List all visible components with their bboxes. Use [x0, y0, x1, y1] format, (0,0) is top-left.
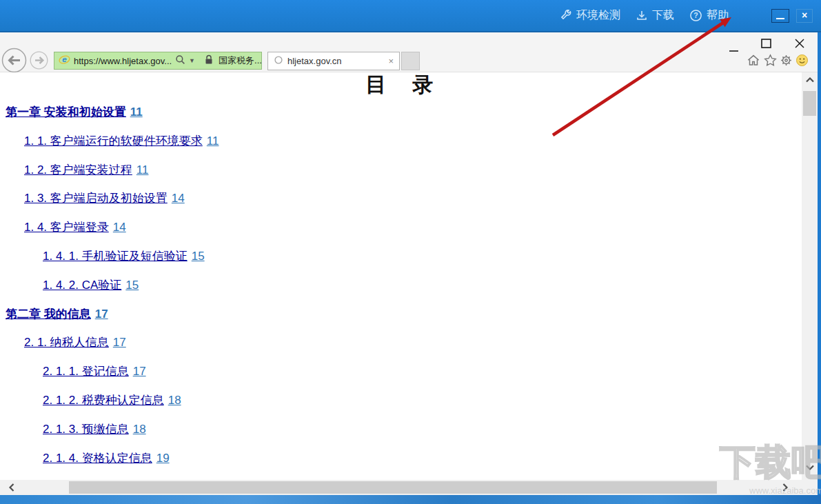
scrollbar-corner [802, 480, 818, 495]
download-icon [636, 10, 648, 22]
toc-page-number[interactable]: 18 [168, 394, 181, 407]
feedback-smiley-icon[interactable] [795, 54, 809, 70]
toc-entry: 2. 1. 4. 资格认定信息19 [0, 450, 802, 467]
app-close-button[interactable]: × [796, 9, 813, 23]
ev-certificate-badge[interactable]: 国家税务... [219, 54, 262, 67]
toc-entry: 2. 1. 3. 预缴信息18 [0, 421, 802, 438]
toc-entry: 第一章 安装和初始设置11 [0, 104, 802, 121]
svg-text:?: ? [693, 11, 698, 19]
lock-icon [204, 54, 214, 68]
document-title: 目 录 [0, 72, 802, 99]
toc-page-number[interactable]: 15 [192, 250, 205, 263]
address-bar[interactable]: e https://www.hljetax.gov... ▼ 国家税务... × [54, 52, 262, 70]
tab-favicon-icon [274, 55, 283, 68]
toc-page-number[interactable]: 17 [95, 308, 108, 321]
back-button[interactable] [1, 48, 27, 76]
help-icon: ? [689, 9, 702, 22]
toc-link[interactable]: 1. 4. 2. CA验证 [43, 279, 121, 292]
toc-entry: 第二章 我的信息17 [0, 306, 802, 323]
toc-page-number[interactable]: 19 [156, 452, 170, 465]
toc-page-number[interactable]: 18 [133, 423, 146, 436]
new-tab-button[interactable] [401, 52, 420, 70]
toc-link[interactable]: 2. 1. 纳税人信息 [24, 336, 109, 349]
toc-page-number[interactable]: 17 [133, 365, 146, 378]
toc-link[interactable]: 第二章 我的信息 [6, 308, 91, 321]
tab-close-icon[interactable]: × [388, 56, 394, 66]
browser-maximize-button[interactable] [761, 39, 772, 52]
browser-close-button[interactable] [794, 38, 805, 52]
browser-tab[interactable]: hljetax.gov.cn × [267, 52, 400, 70]
wrench-icon [560, 10, 572, 22]
toc-link[interactable]: 2. 1. 4. 资格认定信息 [43, 452, 152, 465]
help-button[interactable]: ? 帮助 [689, 8, 729, 23]
forward-button[interactable] [30, 51, 48, 72]
toc-link[interactable]: 1. 4. 客户端登录 [24, 221, 109, 234]
toc-entry: 2. 1. 纳税人信息17 [0, 334, 802, 351]
ie-icon: e [59, 54, 70, 68]
toc-entry: 1. 4. 2. CA验证15 [0, 277, 802, 294]
app-minimize-button[interactable] [771, 9, 789, 23]
settings-gear-icon[interactable] [780, 54, 793, 70]
toc-page-number[interactable]: 17 [113, 336, 126, 349]
search-icon[interactable] [175, 54, 185, 68]
scroll-left-icon[interactable] [0, 480, 23, 495]
toc-entry: 1. 2. 客户端安装过程11 [0, 162, 802, 179]
horizontal-scrollbar[interactable] [0, 480, 802, 495]
toc-page-number[interactable]: 11 [130, 105, 143, 119]
toc-link[interactable]: 1. 3. 客户端启动及初始设置 [24, 192, 168, 205]
desktop-wallpaper-strip [0, 495, 821, 504]
toc-entry: 2. 1. 2. 税费种认定信息18 [0, 392, 802, 409]
toc-entry: 1. 3. 客户端启动及初始设置14 [0, 190, 802, 207]
scroll-right-icon[interactable] [773, 480, 797, 495]
env-check-label: 环境检测 [576, 8, 620, 23]
favorites-star-icon[interactable] [764, 54, 777, 70]
minimize-icon [776, 18, 784, 19]
svg-text:e: e [62, 54, 67, 64]
toc-link[interactable]: 1. 1. 客户端运行的软硬件环境要求 [24, 134, 203, 148]
vertical-scrollbar[interactable] [802, 72, 818, 480]
app-title-bar: 环境检测 下载 ? 帮助 × [0, 0, 821, 32]
toc-link[interactable]: 第一章 安装和初始设置 [6, 105, 126, 119]
toc-link[interactable]: 1. 4. 1. 手机验证及短信验证 [43, 250, 187, 263]
toc-link[interactable]: 2. 1. 2. 税费种认定信息 [43, 394, 164, 407]
browser-minimize-button[interactable] [729, 43, 739, 55]
toc-link[interactable]: 1. 2. 客户端安装过程 [24, 163, 132, 177]
download-button[interactable]: 下载 [636, 8, 674, 23]
vertical-scroll-thumb[interactable] [803, 91, 816, 116]
toc-entry: 1. 1. 客户端运行的软硬件环境要求11 [0, 133, 802, 150]
help-label: 帮助 [707, 8, 729, 23]
toc-page-number[interactable]: 14 [172, 192, 185, 205]
toc-page-number[interactable]: 11 [207, 134, 219, 148]
toc-page-number[interactable]: 11 [136, 163, 149, 177]
scroll-up-icon[interactable] [802, 72, 818, 88]
toc-link[interactable]: 2. 1. 1. 登记信息 [43, 365, 129, 378]
toc-page-number[interactable]: 14 [113, 221, 126, 234]
table-of-contents: 第一章 安装和初始设置11 1. 1. 客户端运行的软硬件环境要求11 1. 2… [0, 104, 802, 478]
env-check-button[interactable]: 环境检测 [560, 8, 620, 23]
toc-entry: 1. 4. 1. 手机验证及短信验证15 [0, 248, 802, 265]
address-url[interactable]: https://www.hljetax.gov... [74, 56, 172, 66]
download-label: 下载 [652, 8, 674, 23]
window-border-right [818, 32, 821, 495]
toc-entry: 2. 1. 1. 登记信息17 [0, 363, 802, 380]
toc-link[interactable]: 2. 1. 3. 预缴信息 [43, 423, 129, 436]
search-dropdown-icon[interactable]: ▼ [189, 57, 195, 64]
document-viewport: 目 录 第一章 安装和初始设置11 1. 1. 客户端运行的软硬件环境要求11 … [0, 72, 802, 480]
home-button[interactable] [747, 54, 760, 70]
scroll-down-icon[interactable] [802, 460, 818, 475]
tab-title: hljetax.gov.cn [287, 56, 384, 66]
toc-page-number[interactable]: 15 [125, 279, 139, 292]
horizontal-scroll-thumb[interactable] [69, 481, 717, 494]
toc-entry: 1. 4. 客户端登录14 [0, 219, 802, 236]
